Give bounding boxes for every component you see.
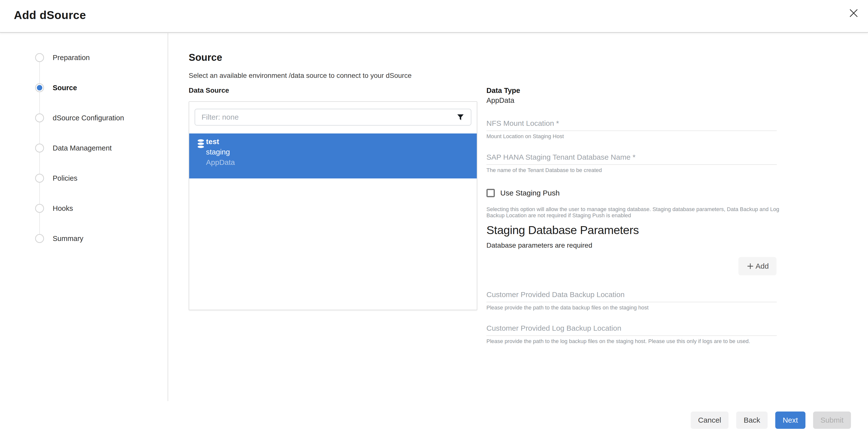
data-source-type: AppData [206, 157, 235, 168]
database-icon [196, 139, 206, 150]
step-preparation[interactable]: Preparation [0, 53, 168, 73]
checkbox-unchecked-icon[interactable] [487, 189, 495, 197]
step-summary[interactable]: Summary [0, 234, 168, 254]
data-type-label: Data Type [487, 87, 520, 95]
step-label: Preparation [53, 54, 90, 62]
step-indicator-active [35, 83, 44, 92]
step-label: Summary [53, 235, 83, 243]
step-dsource-configuration[interactable]: dSource Configuration [0, 113, 168, 133]
page-subtitle: Select an available environment /data so… [189, 72, 411, 79]
filter-input[interactable] [195, 109, 471, 126]
step-indicator [35, 234, 44, 243]
step-label: dSource Configuration [53, 114, 124, 122]
tenant-database-name-field[interactable] [487, 150, 777, 165]
staging-database-parameters-subtext: Database parameters are required [487, 241, 592, 249]
step-label: Source [53, 84, 77, 92]
data-backup-location-helper: Please provide the path to the data back… [487, 304, 649, 311]
data-backup-location-field[interactable] [487, 288, 777, 302]
staging-database-parameters-heading: Staging Database Parameters [487, 223, 639, 237]
next-button[interactable]: Next [775, 411, 805, 429]
log-backup-location-field[interactable] [487, 321, 777, 336]
page-title: Source [189, 52, 222, 63]
sidebar-divider [168, 33, 168, 401]
data-source-label: Data Source [189, 87, 229, 94]
step-hooks[interactable]: Hooks [0, 204, 168, 224]
back-button[interactable]: Back [736, 411, 768, 429]
add-button-label: Add [755, 262, 769, 270]
step-indicator [35, 113, 44, 122]
data-source-item-test[interactable]: test staging AppData [189, 133, 477, 178]
data-type-value: AppData [487, 96, 515, 105]
close-icon [848, 8, 859, 19]
step-source[interactable]: Source [0, 83, 168, 103]
dialog-header: Add dSource [0, 0, 868, 33]
step-label: Data Management [53, 144, 112, 152]
step-indicator [35, 53, 44, 62]
tenant-database-name-helper: The name of the Tenant Database to be cr… [487, 167, 602, 173]
step-indicator [35, 204, 44, 213]
nfs-mount-location-field[interactable] [487, 116, 777, 131]
nfs-mount-location-helper: Mount Location on Staging Host [487, 133, 564, 139]
step-policies[interactable]: Policies [0, 174, 168, 194]
add-dsource-dialog: Add dSource Preparation Source dSource C… [0, 0, 868, 434]
plus-icon [746, 262, 754, 270]
step-label: Policies [53, 174, 78, 182]
close-button[interactable] [847, 6, 861, 20]
footer-button-bar: Cancel Back Next Submit [691, 411, 851, 429]
data-source-name: test [206, 136, 235, 147]
filter-funnel-icon[interactable] [456, 113, 465, 122]
step-indicator [35, 143, 44, 153]
submit-button[interactable]: Submit [813, 411, 851, 429]
staging-push-description: Selecting this option will allow the use… [487, 206, 782, 219]
use-staging-push-checkbox-row[interactable]: Use Staging Push [487, 189, 560, 197]
data-source-environment: staging [206, 147, 235, 157]
step-indicator [35, 174, 44, 182]
use-staging-push-label: Use Staging Push [500, 189, 560, 197]
add-parameter-button[interactable]: Add [738, 257, 776, 275]
dialog-title: Add dSource [14, 8, 86, 22]
step-data-management[interactable]: Data Management [0, 143, 168, 163]
data-source-panel: test staging AppData [189, 101, 477, 310]
cancel-button[interactable]: Cancel [691, 411, 728, 429]
step-label: Hooks [53, 204, 73, 212]
filter-field-wrap [195, 109, 471, 126]
log-backup-location-helper: Please provide the path to the log backu… [487, 338, 750, 344]
